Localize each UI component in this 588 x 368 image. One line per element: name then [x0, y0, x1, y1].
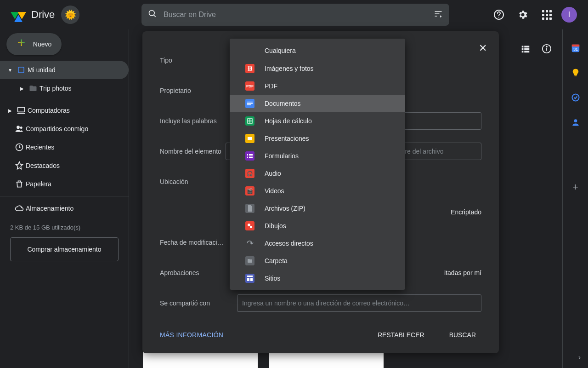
- chevron-down-icon: ▼: [6, 68, 15, 73]
- list-view-icon[interactable]: [519, 42, 532, 55]
- svg-rect-32: [250, 226, 252, 228]
- type-option-label: Videos: [265, 187, 284, 195]
- svg-point-7: [20, 126, 23, 129]
- reset-button[interactable]: RESTABLECER: [372, 328, 430, 342]
- chevron-right-icon: ▶: [6, 108, 15, 113]
- calendar-icon[interactable]: 31: [570, 42, 581, 53]
- sidebar-item-label: Papelera: [26, 180, 51, 188]
- filter-label-words: Incluye las palabras: [160, 117, 237, 125]
- sidebar-item-recent[interactable]: Recientes: [0, 138, 129, 156]
- encrypted-option[interactable]: Encriptado: [451, 208, 481, 216]
- approvals-option[interactable]: itadas por mí: [444, 269, 481, 276]
- account-avatar[interactable]: I: [561, 7, 577, 23]
- svg-rect-25: [247, 154, 248, 155]
- audio-icon: 🎧: [245, 169, 254, 178]
- sidebar-item-starred[interactable]: Destacados: [0, 156, 129, 175]
- svg-point-6: [17, 126, 20, 129]
- type-option-shortcuts[interactable]: ↷ Accesos directos: [230, 235, 405, 252]
- shared-with-input[interactable]: [237, 294, 481, 312]
- type-option-sheets[interactable]: Hojas de cálculo: [230, 112, 405, 130]
- svg-rect-28: [249, 155, 253, 156]
- sidebar-item-label: Computadoras: [28, 107, 70, 114]
- filter-label-shared-with: Se compartió con: [160, 299, 237, 307]
- type-option-video[interactable]: 🎬 Videos: [230, 182, 405, 200]
- filter-label-type: Tipo: [160, 57, 237, 64]
- type-option-label: Accesos directos: [265, 240, 313, 247]
- forms-icon: [245, 151, 254, 161]
- svg-rect-18: [247, 102, 253, 103]
- filter-label-location: Ubicación: [160, 178, 237, 185]
- svg-rect-30: [249, 157, 253, 158]
- type-option-label: Audio: [265, 170, 281, 177]
- expand-rail-icon[interactable]: ›: [578, 353, 581, 362]
- type-option-label: Carpeta: [265, 257, 288, 264]
- people-icon: [13, 124, 26, 133]
- type-option-label: Hojas de cálculo: [265, 117, 312, 125]
- type-option-images[interactable]: 🖼 Imágenes y fotos: [230, 60, 405, 77]
- help-icon[interactable]: [490, 6, 508, 24]
- filter-label-date: Fecha de modificaci…: [160, 239, 237, 246]
- type-option-forms[interactable]: Formularios: [230, 147, 405, 165]
- svg-text:31: 31: [573, 47, 577, 52]
- drawings-icon: [245, 221, 254, 230]
- theme-badge[interactable]: 🌞: [61, 6, 79, 24]
- svg-rect-26: [249, 154, 253, 155]
- sidebar-item-storage[interactable]: Almacenamiento: [0, 199, 129, 218]
- type-option-docs[interactable]: Documentos: [230, 95, 405, 112]
- close-icon[interactable]: ✕: [479, 42, 487, 54]
- buy-storage-button[interactable]: Comprar almacenamiento: [10, 237, 119, 261]
- sidebar-item-computers[interactable]: ▶ Computadoras: [0, 101, 129, 120]
- type-option-pdf[interactable]: PDF PDF: [230, 77, 405, 95]
- type-option-label: Formularios: [265, 152, 299, 160]
- search-button[interactable]: BUSCAR: [444, 328, 481, 342]
- add-addon-icon[interactable]: +: [572, 181, 578, 193]
- type-option-slides[interactable]: Presentaciones: [230, 130, 405, 147]
- sidebar-item-label: Mi unidad: [28, 66, 56, 74]
- sidebar-item-shared[interactable]: Compartidos conmigo: [0, 120, 129, 138]
- trash-icon: [13, 179, 26, 189]
- type-option-audio[interactable]: 🎧 Audio: [230, 165, 405, 182]
- svg-rect-15: [574, 75, 577, 76]
- search-input[interactable]: [164, 11, 434, 19]
- filter-label-owner: Propietario: [160, 87, 237, 94]
- sites-icon: [245, 274, 254, 283]
- svg-rect-5: [18, 107, 25, 112]
- drive-logo[interactable]: [9, 6, 28, 24]
- clock-icon: [13, 143, 26, 152]
- folder-icon: [245, 256, 254, 265]
- pdf-icon: PDF: [245, 81, 254, 91]
- more-info-link[interactable]: MÁS INFORMACIÓN: [160, 331, 223, 339]
- type-option-any[interactable]: Cualquiera: [230, 41, 405, 60]
- keep-icon[interactable]: [570, 67, 581, 78]
- search-bar[interactable]: [141, 4, 449, 26]
- svg-rect-20: [247, 104, 251, 105]
- search-icon: [148, 9, 157, 21]
- info-icon[interactable]: [540, 42, 553, 55]
- sidebar-item-label: Compartidos conmigo: [26, 125, 88, 132]
- settings-icon[interactable]: [514, 6, 532, 24]
- type-option-drawings[interactable]: Dibujos: [230, 217, 405, 235]
- new-button-label: Nuevo: [33, 40, 51, 48]
- contacts-icon[interactable]: [570, 117, 581, 128]
- image-icon: 🖼: [245, 64, 254, 73]
- svg-point-0: [149, 10, 155, 16]
- sidebar-item-label: Almacenamiento: [26, 205, 74, 212]
- search-options-icon[interactable]: [434, 9, 443, 21]
- sidebar: Nuevo ▼ Mi unidad ▶ Trip photos ▶: [0, 29, 129, 368]
- sidebar-item-trip-photos[interactable]: ▶ Trip photos: [0, 79, 129, 98]
- zip-icon: [245, 204, 254, 213]
- sidebar-item-my-drive[interactable]: ▼ Mi unidad: [0, 61, 129, 79]
- app-name: Drive: [31, 9, 55, 21]
- apps-icon[interactable]: [537, 6, 556, 24]
- type-option-zip[interactable]: Archivos (ZIP): [230, 200, 405, 217]
- type-option-sites[interactable]: Sitios: [230, 270, 405, 287]
- folder-icon: [27, 84, 40, 92]
- tasks-icon[interactable]: [570, 92, 581, 103]
- sidebar-item-trash[interactable]: Papelera: [0, 175, 129, 193]
- type-option-folder[interactable]: Carpeta: [230, 252, 405, 270]
- svg-rect-24: [248, 137, 252, 140]
- svg-rect-35: [250, 278, 253, 281]
- slides-icon: [245, 134, 254, 143]
- new-button[interactable]: Nuevo: [6, 33, 62, 55]
- svg-point-17: [574, 119, 577, 122]
